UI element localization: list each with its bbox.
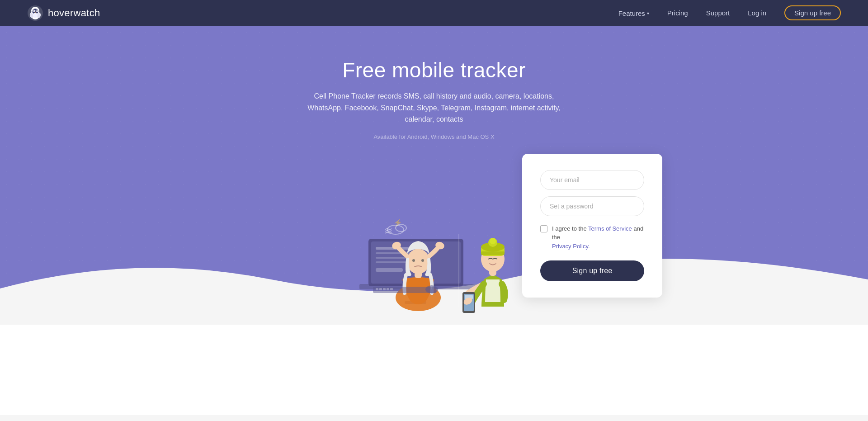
hero-section: Free mobile tracker Cell Phone Tracker r… — [0, 26, 868, 325]
svg-point-6 — [33, 10, 34, 11]
hero-text-block: Free mobile tracker Cell Phone Tracker r… — [307, 58, 561, 140]
hero-available-text: Available for Android, Windows and Mac O… — [307, 133, 561, 140]
nav-item-signup[interactable]: Sign up free — [784, 9, 841, 17]
brand-logo-link[interactable]: hoverwatch — [27, 5, 100, 21]
password-field[interactable] — [540, 196, 644, 216]
svg-point-15 — [33, 13, 38, 18]
hero-subtitle: Cell Phone Tracker records SMS, call his… — [307, 90, 561, 125]
terms-end: . — [588, 243, 590, 250]
navbar: hoverwatch Features ▾ Pricing Support Lo… — [0, 0, 868, 26]
terms-checkbox[interactable] — [540, 225, 547, 232]
svg-rect-55 — [387, 288, 389, 290]
svg-rect-44 — [481, 251, 505, 255]
nav-item-support[interactable]: Support — [706, 9, 730, 17]
signup-card: I agree to the Terms of Service and the … — [522, 154, 662, 298]
svg-point-28 — [407, 249, 429, 274]
nav-login-link[interactable]: Log in — [748, 9, 766, 17]
navbar-nav: Features ▾ Pricing Support Log in Sign u… — [618, 9, 841, 17]
brand-logo-icon — [27, 5, 43, 21]
nav-features-label: Features — [618, 9, 645, 17]
nav-signup-button[interactable]: Sign up free — [784, 5, 841, 20]
terms-text: I agree to the Terms of Service and the … — [552, 224, 644, 251]
svg-text:≋: ≋ — [384, 225, 392, 237]
hero-bottom-row: ≋ ⚡ — [0, 154, 868, 316]
email-field[interactable] — [540, 170, 644, 190]
svg-rect-25 — [376, 268, 403, 272]
below-section — [0, 325, 868, 415]
hero-illustration: ≋ ⚡ — [206, 180, 522, 316]
chevron-down-icon: ▾ — [647, 11, 649, 16]
terms-prefix: I agree to the — [552, 225, 588, 232]
signup-submit-button[interactable]: Sign up free — [540, 260, 644, 281]
nav-support-link[interactable]: Support — [706, 9, 730, 17]
hero-title: Free mobile tracker — [307, 58, 561, 82]
nav-pricing-link[interactable]: Pricing — [667, 9, 688, 17]
terms-row: I agree to the Terms of Service and the … — [540, 224, 644, 251]
svg-point-43 — [490, 238, 496, 244]
nav-item-login[interactable]: Log in — [748, 9, 766, 17]
privacy-policy-link[interactable]: Privacy Policy — [552, 243, 588, 250]
svg-rect-54 — [383, 288, 386, 290]
svg-point-31 — [412, 259, 415, 262]
terms-of-service-link[interactable]: Terms of Service — [588, 225, 632, 232]
svg-point-32 — [421, 259, 424, 262]
nav-item-features[interactable]: Features ▾ — [618, 9, 649, 17]
brand-name: hoverwatch — [48, 7, 100, 19]
nav-features-link[interactable]: Features ▾ — [618, 9, 649, 17]
svg-rect-52 — [376, 288, 378, 290]
svg-point-9 — [37, 10, 37, 11]
svg-rect-53 — [379, 288, 382, 290]
svg-rect-56 — [390, 288, 393, 290]
nav-item-pricing[interactable]: Pricing — [667, 9, 688, 17]
illustration-svg: ≋ ⚡ — [206, 180, 522, 316]
